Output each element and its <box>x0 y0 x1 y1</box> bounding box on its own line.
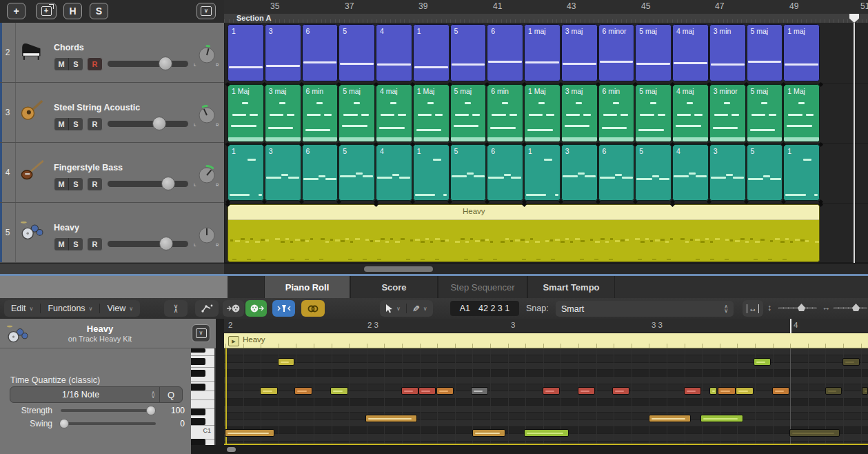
bass-region[interactable]: 1 <box>783 144 820 201</box>
acoustic-region[interactable]: 5 maj <box>339 84 375 142</box>
black-key[interactable] <box>191 384 205 391</box>
midi-note[interactable] <box>862 387 868 395</box>
horizontal-zoom-slider[interactable] <box>834 307 867 309</box>
bass-region[interactable]: 3 <box>709 144 746 201</box>
add-track-button[interactable]: + <box>7 3 26 19</box>
bass-region[interactable]: 1 <box>524 144 561 201</box>
mute-button[interactable]: M <box>54 178 69 190</box>
midi-note[interactable] <box>401 387 418 395</box>
midi-note[interactable] <box>825 387 842 395</box>
midi-note[interactable] <box>260 387 278 395</box>
quantize-select[interactable]: 1/16 Note ∧∨ Q <box>10 386 183 403</box>
functions-menu[interactable]: Functions∨ <box>41 300 99 317</box>
midi-note[interactable] <box>649 415 691 422</box>
scrollbar-thumb[interactable] <box>364 266 433 272</box>
acoustic-region[interactable]: 5 maj <box>450 84 487 142</box>
acoustic-region[interactable]: 1 Maj <box>783 84 820 142</box>
bass-region[interactable]: 3 <box>265 144 301 201</box>
midi-note[interactable] <box>772 387 789 395</box>
inspector-options-button[interactable]: ∨ <box>192 324 210 342</box>
midi-note[interactable] <box>365 415 417 422</box>
bass-region[interactable]: 5 <box>635 144 672 201</box>
piano-roll-region-strip[interactable]: ▶ Heavy <box>224 333 868 348</box>
chord-region[interactable]: 4 <box>376 24 412 81</box>
midi-note[interactable] <box>736 387 754 395</box>
acoustic-region[interactable]: 3 minor <box>709 84 746 142</box>
acoustic-region[interactable]: 1 Maj <box>228 84 264 142</box>
volume-knob[interactable] <box>159 237 173 250</box>
arrange-ruler[interactable]: 353739414345474951 <box>224 0 868 14</box>
scrollbar-thumb[interactable] <box>227 447 236 452</box>
volume-knob[interactable] <box>152 117 166 130</box>
bass-region[interactable]: 6 <box>487 144 523 201</box>
arrangement-marker-band[interactable]: Section A <box>224 14 868 23</box>
slider-thumb[interactable] <box>852 304 860 311</box>
midi-note[interactable] <box>294 387 312 395</box>
track-header[interactable]: 2ChordsMSR LR <box>0 23 224 83</box>
pan-knob[interactable] <box>195 164 219 188</box>
arrange-horizontal-scrollbar[interactable] <box>224 263 868 275</box>
chord-region[interactable]: 5 maj <box>635 24 672 81</box>
collapse-editor-button[interactable]: ∨∧ <box>164 300 188 317</box>
region-play-button[interactable]: ▶ <box>228 336 239 346</box>
catch-playhead-button[interactable]: ↔ <box>743 300 763 317</box>
duplicate-track-button[interactable]: + <box>36 3 57 19</box>
swing-slider[interactable] <box>61 422 156 425</box>
acoustic-region[interactable]: 5 maj <box>635 84 672 142</box>
piano-roll-ruler[interactable]: 22 333 34 <box>224 319 868 333</box>
solo-tracks-button[interactable]: S <box>90 3 108 19</box>
record-enable-button[interactable]: R <box>87 57 103 71</box>
tab-smart-tempo[interactable]: Smart Tempo <box>527 276 615 298</box>
black-key[interactable] <box>191 348 205 353</box>
mute-button[interactable]: M <box>54 58 69 70</box>
edit-menu[interactable]: Edit∨ <box>4 300 40 317</box>
volume-knob[interactable] <box>159 57 172 70</box>
black-key[interactable] <box>191 370 205 377</box>
chord-region[interactable]: 3 min <box>709 24 746 81</box>
bass-region[interactable]: 6 <box>302 144 339 201</box>
link-button[interactable] <box>301 300 325 317</box>
midi-note[interactable] <box>700 415 743 422</box>
acoustic-region[interactable]: 1 Maj <box>413 84 450 142</box>
midi-note[interactable] <box>789 429 840 437</box>
midi-in-button[interactable] <box>223 300 244 317</box>
midi-input-filter-button[interactable] <box>272 300 295 317</box>
midi-out-button[interactable] <box>245 300 267 317</box>
volume-slider[interactable] <box>108 181 188 187</box>
solo-button[interactable]: S <box>69 238 83 250</box>
chord-region[interactable]: 3 <box>265 24 301 81</box>
solo-button[interactable]: S <box>69 118 83 130</box>
chord-region[interactable]: 4 maj <box>672 24 709 81</box>
black-key[interactable] <box>191 408 205 415</box>
tab-score[interactable]: Score <box>350 276 438 298</box>
midi-note[interactable] <box>330 387 348 395</box>
black-key[interactable] <box>191 439 205 445</box>
quantize-apply-button[interactable]: Q <box>159 387 182 402</box>
bass-region[interactable]: 1 <box>413 144 450 201</box>
acoustic-region[interactable]: 6 min <box>302 84 339 142</box>
chord-region[interactable]: 1 <box>413 24 450 81</box>
black-key[interactable] <box>191 418 205 425</box>
midi-note[interactable] <box>842 358 860 366</box>
pointer-tool-button[interactable]: ∨ <box>380 300 406 317</box>
acoustic-region[interactable]: 3 maj <box>265 84 301 142</box>
arrange-region-area[interactable]: 136541561 maj3 maj6 minor5 maj4 maj3 min… <box>225 23 868 263</box>
slider-thumb[interactable] <box>798 304 805 311</box>
chord-region[interactable]: 6 <box>487 24 523 81</box>
track-header[interactable]: 4Fingerstyle BassMSR LR <box>0 143 224 203</box>
track-options-button[interactable]: ∨ <box>196 3 216 19</box>
bass-region[interactable]: 5 <box>747 144 783 201</box>
automation-curve-button[interactable] <box>195 300 219 317</box>
volume-slider[interactable] <box>108 61 188 67</box>
pan-knob[interactable] <box>195 44 219 68</box>
piano-roll-grid[interactable] <box>224 348 868 445</box>
solo-button[interactable]: S <box>69 178 83 190</box>
position-display[interactable]: A1 42 2 3 1 <box>450 301 519 316</box>
acoustic-region[interactable]: 4 maj <box>672 84 709 142</box>
slider-knob[interactable] <box>146 406 156 415</box>
volume-slider[interactable] <box>108 241 188 247</box>
midi-note[interactable] <box>436 387 454 395</box>
slider-knob[interactable] <box>59 419 69 428</box>
chord-region[interactable]: 1 <box>228 24 264 81</box>
acoustic-region[interactable]: 3 maj <box>561 84 598 142</box>
